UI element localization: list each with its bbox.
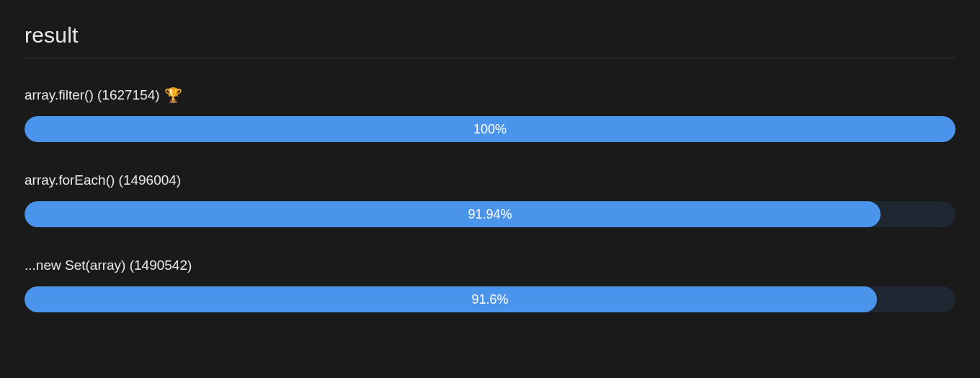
trophy-icon: 🏆	[164, 88, 182, 102]
result-label: array.filter() (1627154) 🏆	[24, 87, 956, 103]
result-name: array.filter() (1627154)	[24, 87, 160, 103]
result-label: ...new Set(array) (1490542)	[24, 258, 956, 273]
result-row: ...new Set(array) (1490542) 91.6%	[24, 258, 956, 312]
progress-fill	[24, 286, 877, 312]
progress-bar: 91.6%	[24, 286, 956, 312]
progress-bar: 100%	[24, 116, 956, 142]
progress-bar: 91.94%	[24, 201, 956, 227]
result-row: array.forEach() (1496004) 91.94%	[24, 172, 956, 227]
result-row: array.filter() (1627154) 🏆 100%	[24, 87, 956, 142]
result-panel: result array.filter() (1627154) 🏆 100% a…	[0, 0, 980, 312]
result-name: array.forEach() (1496004)	[24, 172, 181, 188]
progress-value: 91.94%	[468, 207, 512, 222]
result-label: array.forEach() (1496004)	[24, 172, 956, 188]
progress-fill	[24, 201, 881, 227]
section-title: result	[24, 23, 956, 58]
result-name: ...new Set(array) (1490542)	[24, 258, 192, 273]
progress-value: 91.6%	[471, 292, 508, 307]
progress-value: 100%	[473, 122, 507, 137]
